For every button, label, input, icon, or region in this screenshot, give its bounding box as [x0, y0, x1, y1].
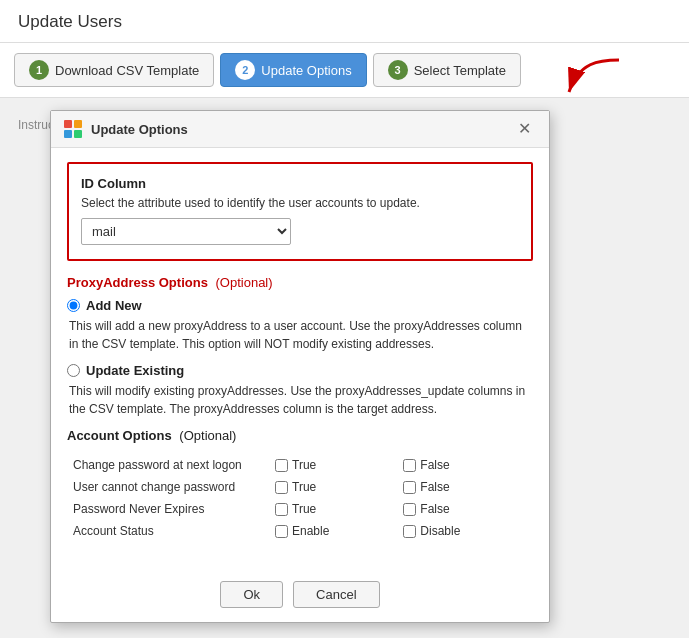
proxy-optional-label: (Optional)	[216, 275, 273, 290]
enable-checkbox-label: Enable	[275, 524, 393, 538]
svg-rect-4	[74, 130, 82, 138]
disable-checkbox-cell: Disable	[399, 521, 531, 541]
add-new-radio[interactable]	[67, 299, 80, 312]
modal-close-button[interactable]: ✕	[512, 119, 537, 139]
enable-checkbox-cell: Enable	[271, 521, 397, 541]
step2-label: Update Options	[261, 63, 351, 78]
add-new-label: Add New	[86, 298, 142, 313]
proxy-address-title-text: ProxyAddress Options	[67, 275, 208, 290]
false-checkbox-label: False	[403, 458, 527, 472]
modal-body: ID Column Select the attribute used to i…	[51, 148, 549, 571]
step1-button[interactable]: 1 Download CSV Template	[14, 53, 214, 87]
update-options-modal: Update Options ✕ ID Column Select the at…	[50, 110, 550, 623]
true-checkbox-cell: True	[271, 455, 397, 475]
true-checkbox-cell: True	[271, 499, 397, 519]
page-background: Update Users 1 Download CSV Template 2 U…	[0, 0, 689, 638]
modal-footer: Ok Cancel	[51, 571, 549, 622]
step1-circle: 1	[29, 60, 49, 80]
account-options-title-text: Account Options	[67, 428, 172, 443]
account-options-title: Account Options (Optional)	[67, 428, 533, 443]
page-title: Update Users	[18, 12, 671, 32]
false-checkbox-label: False	[403, 480, 527, 494]
account-options-section: Account Options (Optional) Change passwo…	[67, 428, 533, 543]
steps-bar: 1 Download CSV Template 2 Update Options…	[0, 43, 689, 98]
update-existing-radio[interactable]	[67, 364, 80, 377]
add-new-description: This will add a new proxyAddress to a us…	[69, 317, 533, 353]
svg-rect-1	[64, 120, 72, 128]
proxy-address-title: ProxyAddress Options (Optional)	[67, 275, 533, 290]
update-existing-label: Update Existing	[86, 363, 184, 378]
id-column-title: ID Column	[81, 176, 519, 191]
id-column-section: ID Column Select the attribute used to i…	[67, 162, 533, 261]
id-column-description: Select the attribute used to identify th…	[81, 196, 519, 210]
true-checkbox-label: True	[275, 502, 393, 516]
svg-rect-3	[64, 130, 72, 138]
pwd-expires-false-checkbox[interactable]	[403, 503, 416, 516]
pwd-expires-true-checkbox[interactable]	[275, 503, 288, 516]
cancel-button[interactable]: Cancel	[293, 581, 379, 608]
row-label: Account Status	[69, 521, 269, 541]
true-checkbox-label: True	[275, 458, 393, 472]
user-pwd-false-checkbox[interactable]	[403, 481, 416, 494]
proxy-address-section: ProxyAddress Options (Optional) Add New …	[67, 275, 533, 418]
modal-title-row: Update Options	[63, 119, 188, 139]
false-checkbox-label: False	[403, 502, 527, 516]
table-row: Account Status Enable Disable	[69, 521, 531, 541]
ok-button[interactable]: Ok	[220, 581, 283, 608]
modal-header: Update Options ✕	[51, 111, 549, 148]
false-checkbox-cell: False	[399, 455, 531, 475]
change-pwd-false-checkbox[interactable]	[403, 459, 416, 472]
table-row: Change password at next logon True	[69, 455, 531, 475]
step3-button[interactable]: 3 Select Template	[373, 53, 521, 87]
account-options-table: Change password at next logon True	[67, 453, 533, 543]
table-row: User cannot change password True	[69, 477, 531, 497]
add-new-radio-row: Add New	[67, 298, 533, 313]
step3-circle: 3	[388, 60, 408, 80]
id-column-select[interactable]: mail sAMAccountName userPrincipalName em…	[81, 218, 291, 245]
row-label: Change password at next logon	[69, 455, 269, 475]
svg-rect-2	[74, 120, 82, 128]
change-pwd-true-checkbox[interactable]	[275, 459, 288, 472]
step3-label: Select Template	[414, 63, 506, 78]
update-existing-radio-row: Update Existing	[67, 363, 533, 378]
table-row: Password Never Expires True Fa	[69, 499, 531, 519]
row-label: User cannot change password	[69, 477, 269, 497]
account-disable-checkbox[interactable]	[403, 525, 416, 538]
true-checkbox-label: True	[275, 480, 393, 494]
modal-app-icon	[63, 119, 83, 139]
disable-checkbox-label: Disable	[403, 524, 527, 538]
step2-circle: 2	[235, 60, 255, 80]
false-checkbox-cell: False	[399, 499, 531, 519]
row-label: Password Never Expires	[69, 499, 269, 519]
update-existing-description: This will modify existing proxyAddresses…	[69, 382, 533, 418]
user-pwd-true-checkbox[interactable]	[275, 481, 288, 494]
modal-title: Update Options	[91, 122, 188, 137]
true-checkbox-cell: True	[271, 477, 397, 497]
account-enable-checkbox[interactable]	[275, 525, 288, 538]
account-optional-label: (Optional)	[179, 428, 236, 443]
false-checkbox-cell: False	[399, 477, 531, 497]
step1-label: Download CSV Template	[55, 63, 199, 78]
step2-button[interactable]: 2 Update Options	[220, 53, 366, 87]
